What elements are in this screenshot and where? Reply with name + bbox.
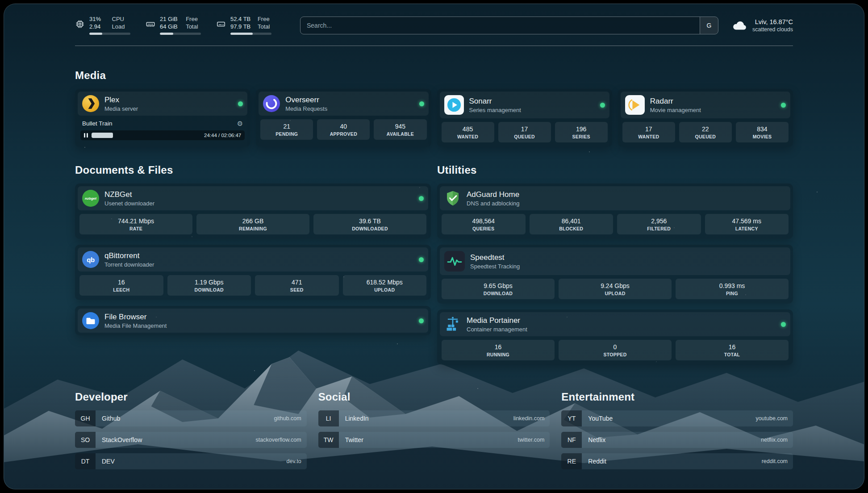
media-card-grid: Plex Media server Bullet Train ⚙ 24:44 /… [75, 89, 793, 147]
stat-downloaded: 39.6 TB DOWNLOADED [313, 214, 426, 234]
stat-value: 47.569 ms [707, 217, 787, 225]
stat-leech: 16 LEECH [79, 275, 163, 296]
stat-value: 39.6 TB [315, 217, 425, 225]
stat-label: DOWNLOAD [443, 291, 553, 296]
card-overseerr-subtitle: Media Requests [285, 105, 327, 112]
card-qbittorrent: qb qBittorrent Torrent downloader 16 LEE… [75, 245, 431, 300]
bookmark-dev[interactable]: DT DEV dev.to [75, 453, 307, 469]
adguard-shield-icon [444, 190, 461, 207]
stat-remaining: 266 GB REMAINING [196, 214, 309, 234]
bookmark-stackoverflow[interactable]: SO StackOverflow stackoverflow.com [75, 432, 307, 448]
stat-value: 0.993 ms [677, 282, 787, 289]
card-filebrowser-link[interactable]: File Browser Media File Management [78, 309, 428, 333]
stat-movies: 834 MOVIES [736, 122, 789, 142]
stat-value: 744.21 Mbps [81, 217, 191, 225]
bookmark-abbr: LI [318, 410, 339, 426]
search-provider-button[interactable]: G [700, 17, 718, 34]
stat-label: LATENCY [707, 226, 787, 231]
bookmark-netflix[interactable]: NF Netflix netflix.com [561, 432, 793, 448]
search-input[interactable] [300, 17, 700, 34]
bookmark-linkedin[interactable]: LI LinkedIn linkedin.com [318, 410, 550, 426]
card-sonarr-link[interactable]: Sonarr Series management [440, 92, 609, 118]
card-sonarr-subtitle: Series management [469, 107, 521, 113]
card-filebrowser: File Browser Media File Management [75, 306, 431, 335]
bookmark-url: netflix.com [761, 437, 788, 443]
plex-player-bar: 24:44 / 02:06:47 [80, 130, 245, 140]
stat-upload: 618.52 Mbps UPLOAD [343, 275, 427, 296]
disk-usage-bar [230, 33, 271, 35]
card-overseerr: Overseerr Media Requests 21 PENDING 40 A… [256, 89, 431, 147]
plex-progress-track[interactable] [92, 133, 200, 138]
disk-free: 52.4 TB [230, 16, 252, 23]
stat-label: DOWNLOAD [169, 287, 250, 292]
card-nzbget-name: NZBGet [104, 190, 154, 199]
section-title-utilities: Utilities [437, 164, 793, 176]
card-portainer-link[interactable]: Media Portainer Container management [440, 312, 790, 336]
bookmark-abbr: RE [561, 453, 582, 469]
stat-value: 16 [81, 279, 162, 286]
bookmark-github[interactable]: GH Github github.com [75, 410, 307, 426]
stat-value: 485 [443, 125, 492, 133]
plex-time: 24:44 / 02:06:47 [204, 133, 241, 138]
stat-label: PENDING [262, 131, 311, 137]
card-adguard-subtitle: DNS and adblocking [467, 200, 520, 207]
radarr-icon [625, 95, 645, 115]
stat-label: WANTED [443, 134, 492, 139]
disk-total-label: Total [258, 23, 271, 30]
stat-total: 16 TOTAL [676, 340, 789, 360]
stat-pending: 21 PENDING [260, 119, 313, 140]
card-plex-subtitle: Media server [104, 105, 138, 112]
card-radarr: Radarr Movie management 17 WANTED 22 QUE… [618, 89, 793, 147]
stat-queued: 22 QUEUED [679, 122, 732, 142]
bookmark-name: DEV [102, 458, 115, 465]
card-speedtest-stats: 9.65 Gbps DOWNLOAD 9.24 Gbps UPLOAD 0.99… [442, 279, 789, 299]
card-nzbget-subtitle: Usenet downloader [104, 200, 154, 207]
bookmark-url: youtube.com [755, 415, 788, 422]
card-qbittorrent-link[interactable]: qb qBittorrent Torrent downloader [78, 247, 428, 272]
stat-label: DOWNLOADED [315, 226, 425, 231]
stat-series: 196 SERIES [555, 122, 608, 142]
stat-running: 16 RUNNING [442, 340, 555, 360]
card-nzbget-link[interactable]: nzbget NZBGet Usenet downloader [78, 186, 428, 210]
card-speedtest-link[interactable]: Speedtest Speedtest Tracking [440, 247, 790, 275]
bookmarks-social: Social LI LinkedIn linkedin.com TW Twitt… [318, 391, 550, 469]
bookmark-abbr: GH [75, 410, 96, 426]
pause-button[interactable] [84, 133, 88, 138]
card-radarr-stats: 17 WANTED 22 QUEUED 834 MOVIES [622, 122, 789, 142]
bookmarks-developer: Developer GH Github github.com SO StackO… [75, 391, 307, 469]
stat-wanted: 17 WANTED [622, 122, 675, 142]
memory-free: 21 GiB [160, 16, 180, 23]
plex-now-playing-title: Bullet Train [82, 120, 113, 127]
resource-cpu: 31% CPU 2.94 Load [75, 16, 130, 35]
bookmark-twitter[interactable]: TW Twitter twitter.com [318, 432, 550, 448]
stat-latency: 47.569 ms LATENCY [705, 214, 789, 234]
card-adguard: AdGuard Home DNS and adblocking 498,564 … [437, 184, 793, 239]
card-radarr-link[interactable]: Radarr Movie management [621, 92, 790, 118]
gear-icon[interactable]: ⚙ [237, 120, 243, 127]
bookmark-youtube[interactable]: YT YouTube youtube.com [561, 410, 793, 426]
card-radarr-name: Radarr [650, 97, 701, 106]
stat-value: 945 [376, 123, 425, 130]
bookmark-url: stackoverflow.com [256, 437, 301, 443]
stat-label: RATE [81, 226, 191, 231]
status-dot [238, 101, 243, 106]
bookmark-reddit[interactable]: RE Reddit reddit.com [561, 453, 793, 469]
card-plex-link[interactable]: Plex Media server [78, 92, 247, 116]
bookmark-url: twitter.com [518, 437, 545, 443]
card-portainer: Media Portainer Container management 16 … [437, 309, 793, 365]
bookmark-name: Github [102, 415, 120, 422]
card-overseerr-link[interactable]: Overseerr Media Requests [259, 92, 428, 116]
stat-value: 22 [681, 125, 730, 133]
stat-queued: 17 QUEUED [498, 122, 551, 142]
card-adguard-link[interactable]: AdGuard Home DNS and adblocking [440, 186, 790, 210]
stat-value: 16 [677, 343, 787, 351]
section-title-media: Media [75, 69, 793, 82]
stat-label: PING [677, 291, 787, 296]
card-plex-name: Plex [104, 96, 138, 104]
speedtest-icon [444, 251, 465, 272]
stat-label: QUEUED [681, 134, 730, 139]
resource-memory: 21 GiB Free 64 GiB Total [146, 16, 201, 35]
nzbget-icon: nzbget [82, 190, 99, 207]
card-adguard-name: AdGuard Home [467, 190, 520, 199]
memory-icon [146, 19, 155, 29]
